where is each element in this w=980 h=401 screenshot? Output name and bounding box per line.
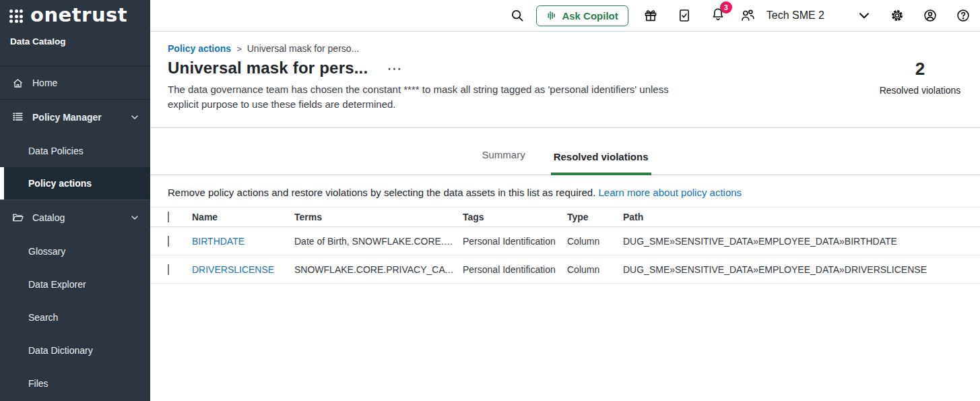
sidebar-item-search[interactable]: Search	[0, 301, 150, 334]
table-row: BIRTHDATE Date of Birth, SNOWFLAKE.CORE.…	[150, 227, 980, 255]
tab-resolved-violations[interactable]: Resolved violations	[551, 151, 651, 175]
ask-copilot-label: Ask Copilot	[562, 10, 618, 22]
info-text: Remove policy actions and restore violat…	[150, 175, 980, 198]
chevron-down-icon	[129, 112, 140, 123]
page-description: The data governance team has chosen the …	[168, 82, 694, 112]
sidebar-item-data-explorer[interactable]: Data Explorer	[0, 268, 150, 301]
stat-value: 2	[867, 59, 973, 80]
column-header-name[interactable]: Name	[192, 212, 294, 222]
asset-terms: Date of Birth, SNOWFLAKE.CORE.PRI...	[294, 236, 463, 247]
search-icon	[510, 8, 525, 23]
asset-name-link[interactable]: DRIVERSLICENSE	[192, 264, 274, 275]
topbar: Ask Copilot 3 Tech SME 2	[150, 0, 980, 32]
title-more-menu-button[interactable]: ⋯	[387, 65, 401, 72]
page-title: Universal mask for pers...	[168, 59, 368, 78]
sidebar-item-glossary[interactable]: Glossary	[0, 235, 150, 268]
account-button[interactable]	[923, 8, 938, 23]
app-grid-icon[interactable]	[9, 9, 23, 23]
notification-badge: 3	[720, 1, 732, 13]
row-checkbox[interactable]	[168, 236, 169, 247]
tasks-button[interactable]	[677, 8, 692, 23]
brand-logo[interactable]: onetrust	[0, 0, 150, 32]
column-header-tags[interactable]: Tags	[463, 212, 567, 222]
breadcrumb-separator: >	[236, 44, 242, 54]
tenant-dropdown-button[interactable]	[857, 8, 872, 23]
home-icon	[11, 77, 24, 90]
product-name: Data Catalog	[0, 32, 150, 67]
sidebar-item-files[interactable]: Files	[0, 367, 150, 400]
folder-open-icon	[11, 211, 24, 224]
brand-wordmark: onetrust	[30, 5, 127, 25]
table-row: DRIVERSLICENSE SNOWFLAKE.CORE.PRIVACY_CA…	[150, 255, 980, 284]
sidebar: onetrust Data Catalog Home Policy Manage…	[0, 0, 150, 401]
gift-icon	[643, 8, 658, 23]
sidebar-item-policy-actions[interactable]: Policy actions	[0, 167, 150, 200]
sidebar-item-label: Data Policies	[28, 146, 84, 156]
search-button[interactable]	[510, 8, 525, 23]
sidebar-item-label: Search	[28, 312, 58, 323]
tenant-switcher[interactable]: Tech SME 2	[740, 8, 824, 23]
violations-table: Name Terms Tags Type Path BIRTHDATE Date…	[150, 207, 980, 284]
asset-tags: Personal Identification	[463, 264, 567, 275]
sidebar-item-label: Catalog	[32, 212, 65, 223]
resolved-violations-stat: 2 Resolved violations	[867, 59, 973, 96]
main-content: Remove policy actions and restore violat…	[150, 175, 980, 401]
asset-path: DUG_SME»SENSITIVE_DATA»EMPLOYEE_DATA»BIR…	[623, 236, 980, 247]
asset-terms: SNOWFLAKE.CORE.PRIVACY_CATEG...	[294, 264, 463, 275]
column-header-type[interactable]: Type	[567, 212, 623, 222]
document-check-icon	[677, 8, 692, 23]
sidebar-item-label: Files	[28, 378, 48, 389]
column-header-path[interactable]: Path	[623, 212, 980, 222]
sidebar-item-label: Data Explorer	[28, 279, 86, 290]
rewards-button[interactable]	[643, 8, 658, 23]
tab-bar: Summary Resolved violations	[150, 128, 980, 175]
asset-type: Column	[567, 236, 623, 247]
sidebar-item-catalog[interactable]: Catalog	[0, 200, 150, 235]
list-icon	[11, 111, 24, 123]
sidebar-item-data-dictionary[interactable]: Data Dictionary	[0, 334, 150, 367]
select-all-checkbox[interactable]	[168, 212, 169, 222]
asset-path: DUG_SME»SENSITIVE_DATA»EMPLOYEE_DATA»DRI…	[623, 264, 980, 275]
sidebar-item-label: Data Dictionary	[28, 345, 93, 356]
notifications-button[interactable]: 3	[711, 7, 725, 24]
settings-button[interactable]	[890, 8, 905, 23]
sidebar-item-data-policies[interactable]: Data Policies	[0, 134, 150, 167]
copilot-icon	[546, 10, 557, 21]
chevron-down-icon	[857, 8, 872, 23]
breadcrumb: Policy actions > Universal mask for pers…	[168, 43, 980, 54]
tab-summary[interactable]: Summary	[479, 149, 527, 175]
sidebar-item-home[interactable]: Home	[0, 67, 150, 100]
sidebar-item-label: Glossary	[28, 246, 65, 257]
table-header-row: Name Terms Tags Type Path	[150, 207, 980, 227]
sidebar-item-label: Policy Manager	[32, 112, 102, 123]
learn-more-link[interactable]: Learn more about policy actions	[599, 187, 742, 198]
breadcrumb-current: Universal mask for perso...	[247, 43, 360, 54]
asset-name-link[interactable]: BIRTHDATE	[192, 236, 244, 247]
page-header: Policy actions > Universal mask for pers…	[150, 32, 980, 128]
tenant-label: Tech SME 2	[766, 9, 824, 22]
asset-type: Column	[567, 264, 623, 275]
sidebar-item-policy-manager[interactable]: Policy Manager	[0, 100, 150, 134]
sidebar-item-label: Policy actions	[28, 178, 92, 189]
users-icon	[740, 8, 755, 23]
row-checkbox[interactable]	[168, 264, 169, 275]
help-button[interactable]	[956, 8, 971, 23]
stat-label: Resolved violations	[867, 85, 973, 96]
account-circle-icon	[923, 8, 938, 23]
sidebar-item-label: Home	[32, 78, 57, 88]
chevron-down-icon	[129, 212, 140, 223]
gear-icon	[890, 8, 905, 23]
breadcrumb-parent-link[interactable]: Policy actions	[168, 43, 231, 54]
asset-tags: Personal Identification	[463, 236, 567, 247]
ask-copilot-button[interactable]: Ask Copilot	[536, 5, 628, 26]
column-header-terms[interactable]: Terms	[294, 212, 463, 222]
help-circle-icon	[956, 8, 971, 23]
